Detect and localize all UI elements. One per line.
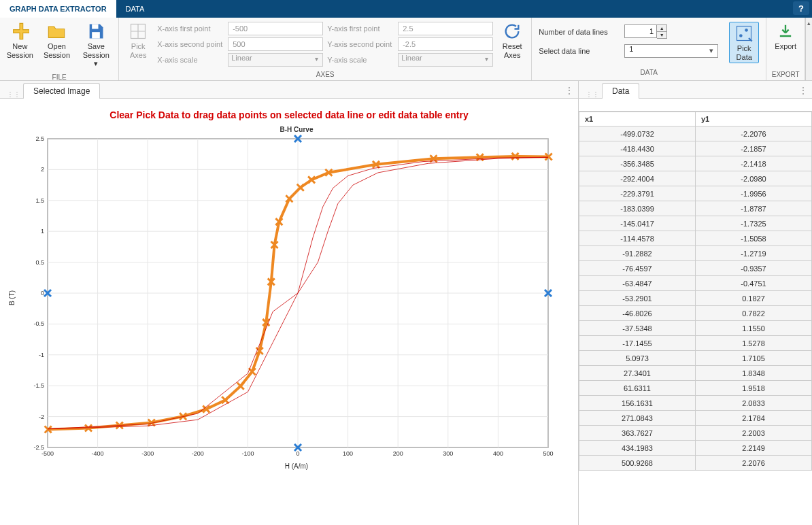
num-data-lines-spinner[interactable]: ▲▼ bbox=[624, 24, 667, 39]
table-cell[interactable]: -418.4430 bbox=[579, 141, 696, 156]
table-row[interactable]: -499.0732-2.2076 bbox=[579, 126, 812, 141]
table-cell[interactable]: -2.2076 bbox=[696, 126, 812, 141]
table-cell[interactable]: 61.6311 bbox=[579, 381, 696, 396]
table-cell[interactable]: 2.2003 bbox=[696, 426, 812, 441]
table-row[interactable]: -418.4430-2.1857 bbox=[579, 141, 812, 156]
table-row[interactable]: 434.19832.2149 bbox=[579, 441, 812, 456]
table-row[interactable]: 271.08432.1784 bbox=[579, 411, 812, 426]
table-cell[interactable]: 500.9268 bbox=[579, 456, 696, 471]
table-row[interactable]: -145.0417-1.7325 bbox=[579, 216, 812, 231]
table-cell[interactable]: -183.0399 bbox=[579, 201, 696, 216]
table-cell[interactable]: 1.7105 bbox=[696, 351, 812, 366]
table-cell[interactable]: -0.4751 bbox=[696, 276, 812, 291]
table-cell[interactable]: 5.0973 bbox=[579, 351, 696, 366]
table-cell[interactable]: 2.2149 bbox=[696, 441, 812, 456]
table-cell[interactable]: 1.5278 bbox=[696, 336, 812, 351]
table-cell[interactable]: 434.1983 bbox=[579, 441, 696, 456]
select-data-line-dropdown[interactable]: 1 bbox=[624, 44, 718, 58]
table-cell[interactable]: 0.1827 bbox=[696, 291, 812, 306]
table-cell[interactable]: -499.0732 bbox=[579, 126, 696, 141]
table-cell[interactable]: -76.4597 bbox=[579, 261, 696, 276]
table-cell[interactable]: -292.4004 bbox=[579, 171, 696, 186]
table-row[interactable]: 5.09731.7105 bbox=[579, 351, 812, 366]
table-cell[interactable]: -2.1857 bbox=[696, 141, 812, 156]
table-cell[interactable]: -1.9956 bbox=[696, 186, 812, 201]
plot[interactable]: B-H Curve -500-400-300-200-1000100200300… bbox=[24, 126, 569, 470]
table-cell[interactable]: -46.8026 bbox=[579, 306, 696, 321]
spinner-down-icon[interactable]: ▼ bbox=[657, 32, 666, 38]
table-cell[interactable]: -356.3485 bbox=[579, 156, 696, 171]
table-row[interactable]: 363.76272.2003 bbox=[579, 426, 812, 441]
export-button[interactable]: Export bbox=[771, 20, 800, 52]
y-second-point-input[interactable] bbox=[398, 37, 493, 51]
table-cell[interactable]: 271.0843 bbox=[579, 411, 696, 426]
save-session-button[interactable]: Save Session ▾ bbox=[78, 20, 114, 69]
help-button[interactable]: ? bbox=[793, 1, 809, 15]
table-row[interactable]: -76.4597-0.9357 bbox=[579, 261, 812, 276]
pick-data-button[interactable]: Pick Data bbox=[729, 22, 759, 63]
tab-graph-data-extractor[interactable]: GRAPH DATA EXTRACTOR bbox=[0, 0, 116, 18]
table-cell[interactable]: -91.2882 bbox=[579, 246, 696, 261]
table-cell[interactable]: 2.1784 bbox=[696, 411, 812, 426]
table-cell[interactable]: -114.4578 bbox=[579, 231, 696, 246]
x-scale-select[interactable]: Linear bbox=[228, 53, 323, 67]
table-row[interactable]: -63.4847-0.4751 bbox=[579, 276, 812, 291]
table-cell[interactable]: -37.5348 bbox=[579, 321, 696, 336]
table-header[interactable]: x1 bbox=[579, 112, 696, 126]
table-cell[interactable]: 1.8348 bbox=[696, 366, 812, 381]
table-row[interactable]: -91.2882-1.2719 bbox=[579, 246, 812, 261]
data-tab[interactable]: Data bbox=[602, 83, 639, 99]
pane-menu-icon[interactable]: ⋮ bbox=[798, 85, 807, 96]
table-row[interactable]: -17.14551.5278 bbox=[579, 336, 812, 351]
table-row[interactable]: -229.3791-1.9956 bbox=[579, 186, 812, 201]
data-table[interactable]: x1y1-499.0732-2.2076-418.4430-2.1857-356… bbox=[579, 111, 812, 525]
table-cell[interactable]: -1.8787 bbox=[696, 201, 812, 216]
table-cell[interactable]: -53.2901 bbox=[579, 291, 696, 306]
new-session-button[interactable]: New Session bbox=[4, 20, 36, 61]
reset-axes-button[interactable]: Reset Axes bbox=[497, 20, 527, 61]
table-cell[interactable]: -0.9357 bbox=[696, 261, 812, 276]
table-cell[interactable]: 156.1631 bbox=[579, 396, 696, 411]
table-cell[interactable]: -17.1455 bbox=[579, 336, 696, 351]
table-row[interactable]: -37.53481.1550 bbox=[579, 321, 812, 336]
table-row[interactable]: -114.4578-1.5058 bbox=[579, 231, 812, 246]
table-row[interactable]: 61.63111.9518 bbox=[579, 381, 812, 396]
table-row[interactable]: 500.92682.2076 bbox=[579, 456, 812, 471]
table-cell[interactable]: 0.7822 bbox=[696, 306, 812, 321]
num-data-lines-input[interactable] bbox=[624, 24, 657, 38]
pane-menu-icon[interactable]: ⋮ bbox=[564, 85, 573, 96]
table-cell[interactable]: -145.0417 bbox=[579, 216, 696, 231]
open-session-button[interactable]: Open Session bbox=[40, 20, 74, 61]
pane-dock-handle[interactable]: ⋮⋮ bbox=[583, 90, 602, 98]
table-row[interactable]: -46.80260.7822 bbox=[579, 306, 812, 321]
table-row[interactable]: -183.0399-1.8787 bbox=[579, 201, 812, 216]
table-cell[interactable]: 1.1550 bbox=[696, 321, 812, 336]
table-row[interactable]: 27.34011.8348 bbox=[579, 366, 812, 381]
table-cell[interactable]: 2.2076 bbox=[696, 456, 812, 471]
ribbon-collapse-button[interactable]: ▴ bbox=[805, 18, 812, 80]
table-cell[interactable]: 1.9518 bbox=[696, 381, 812, 396]
tab-data[interactable]: DATA bbox=[116, 0, 154, 18]
table-cell[interactable]: -63.4847 bbox=[579, 276, 696, 291]
table-row[interactable]: -356.3485-2.1418 bbox=[579, 156, 812, 171]
table-cell[interactable]: -1.2719 bbox=[696, 246, 812, 261]
spinner-up-icon[interactable]: ▲ bbox=[657, 25, 666, 32]
x-first-point-input[interactable] bbox=[228, 22, 323, 35]
y-scale-select[interactable]: Linear bbox=[398, 53, 493, 67]
pane-dock-handle[interactable]: ⋮⋮ bbox=[4, 90, 23, 98]
table-row[interactable]: -53.29010.1827 bbox=[579, 291, 812, 306]
table-cell[interactable]: -2.0980 bbox=[696, 171, 812, 186]
table-cell[interactable]: 363.7627 bbox=[579, 426, 696, 441]
table-row[interactable]: -292.4004-2.0980 bbox=[579, 171, 812, 186]
table-row[interactable]: 156.16312.0833 bbox=[579, 396, 812, 411]
table-cell[interactable]: 27.3401 bbox=[579, 366, 696, 381]
table-cell[interactable]: -1.7325 bbox=[696, 216, 812, 231]
x-second-point-input[interactable] bbox=[228, 37, 323, 51]
table-cell[interactable]: 2.0833 bbox=[696, 396, 812, 411]
table-cell[interactable]: -2.1418 bbox=[696, 156, 812, 171]
selected-image-tab[interactable]: Selected Image bbox=[23, 83, 100, 99]
table-header[interactable]: y1 bbox=[696, 112, 812, 126]
table-cell[interactable]: -229.3791 bbox=[579, 186, 696, 201]
y-first-point-input[interactable] bbox=[398, 22, 493, 35]
table-cell[interactable]: -1.5058 bbox=[696, 231, 812, 246]
